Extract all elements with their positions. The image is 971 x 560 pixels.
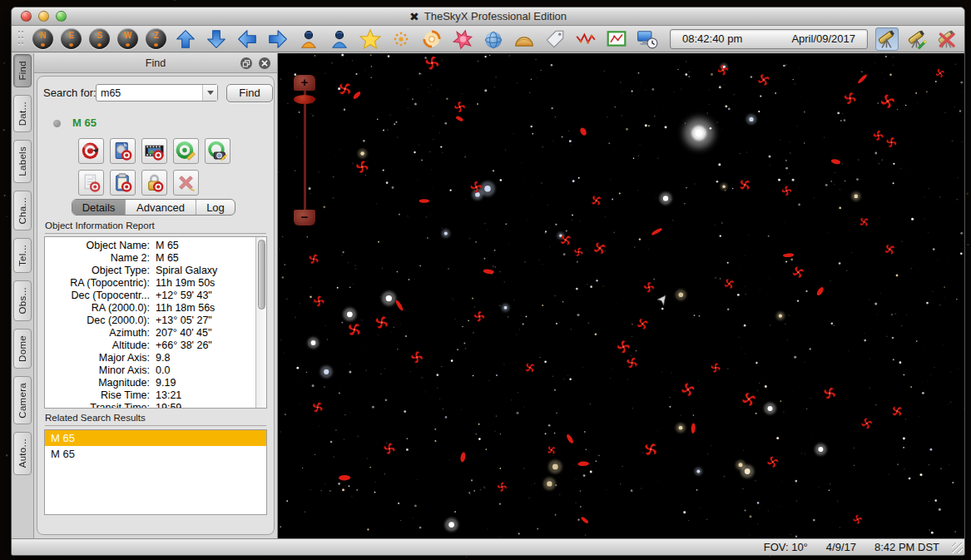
- sky-chart[interactable]: [278, 53, 964, 538]
- sidebar-tab-camera[interactable]: Camera: [13, 376, 32, 425]
- sidebar-tab-cha[interactable]: Cha...: [13, 191, 32, 230]
- compass-z-button[interactable]: Z: [146, 28, 166, 49]
- arrow-right-button[interactable]: [266, 27, 290, 51]
- chart-button[interactable]: [605, 27, 628, 51]
- zoom-slider-track[interactable]: [304, 91, 306, 210]
- clipboard-report-button[interactable]: [110, 170, 136, 196]
- arrow-down-button[interactable]: [205, 27, 228, 51]
- satellite-path-button[interactable]: [574, 27, 597, 51]
- sidebar-tab-label: Cha...: [17, 197, 27, 224]
- sidebar-tab-labels[interactable]: Labels: [13, 140, 32, 183]
- slide-show-icon: [144, 141, 165, 161]
- sky-view[interactable]: + −: [278, 53, 964, 538]
- report-row-value: 11h 19m 50s: [156, 277, 215, 290]
- arrow-up-icon: [175, 28, 196, 50]
- sidebar-tab-tel[interactable]: Tel...: [13, 238, 32, 273]
- tab-advanced[interactable]: Advanced: [126, 200, 196, 215]
- sidebar-tab-label: Obs...: [17, 287, 27, 314]
- report-group-label: Object Information Report: [45, 221, 266, 230]
- object-photo-button[interactable]: [110, 138, 136, 164]
- constellation-figure-orange-button[interactable]: [297, 27, 320, 51]
- arrow-up-button[interactable]: [174, 27, 197, 51]
- report-row-value: M 65: [156, 252, 179, 265]
- center-target-button[interactable]: [78, 138, 104, 164]
- zoom-slider-thumb[interactable]: [294, 95, 315, 104]
- theskyx-logo-icon: ✖: [409, 10, 419, 23]
- find-button[interactable]: Find: [226, 84, 273, 102]
- compass-e-button[interactable]: E: [61, 28, 82, 49]
- report-scrollbar-thumb[interactable]: [258, 240, 265, 310]
- close-panel-icon[interactable]: [258, 57, 271, 70]
- constellation-figure-blue-button[interactable]: [328, 27, 351, 51]
- search-input[interactable]: [97, 87, 202, 99]
- sidebar-tab-label: Dat...: [17, 102, 27, 126]
- nebula-button[interactable]: [451, 27, 474, 51]
- label-tag-icon: [544, 28, 566, 50]
- title-bar[interactable]: ✖ TheSkyX Professional Edition: [12, 7, 964, 26]
- compass-s-button[interactable]: S: [89, 28, 110, 49]
- virtual-sky-clock-button[interactable]: [636, 27, 659, 51]
- arrow-left-button[interactable]: [235, 27, 259, 51]
- float-panel-icon[interactable]: [240, 57, 253, 70]
- zoom-window-button[interactable]: [56, 11, 67, 22]
- report-row-label: RA (2000.0):: [45, 302, 150, 315]
- status-date: 4/9/17: [826, 541, 856, 553]
- report-row: RA (2000.0):11h 18m 56s: [45, 302, 255, 315]
- report-row: Object Name:M 65: [45, 240, 255, 252]
- related-search-results-list[interactable]: M 65M 65: [44, 429, 267, 515]
- star-cluster-button[interactable]: [389, 27, 413, 51]
- report-row: Major Axis:9.8: [45, 352, 255, 364]
- compass-n-button[interactable]: N: [32, 28, 53, 49]
- chart-icon: [606, 28, 627, 50]
- zoom-in-button[interactable]: +: [294, 75, 315, 91]
- find-panel-header[interactable]: Find: [34, 53, 277, 73]
- tab-details[interactable]: Details: [72, 200, 126, 215]
- sidebar-tab-auto[interactable]: Auto...: [13, 432, 32, 474]
- report-row-label: Name 2:: [45, 252, 150, 265]
- star-button[interactable]: [359, 27, 382, 51]
- tab-log[interactable]: Log: [196, 200, 235, 215]
- zoom-out-button[interactable]: −: [294, 210, 315, 225]
- report-row-value: +12° 59' 43": [156, 290, 212, 302]
- report-row: Azimuth:207° 40' 45": [45, 327, 255, 339]
- lock-target-button[interactable]: [141, 170, 167, 196]
- resize-grip-icon[interactable]: [952, 543, 963, 553]
- slide-show-button[interactable]: [141, 138, 167, 164]
- close-window-button[interactable]: [21, 11, 32, 22]
- telescope-setup-button[interactable]: [905, 27, 929, 51]
- combo-dropdown-icon[interactable]: [202, 85, 217, 101]
- copy-report-button[interactable]: [78, 170, 104, 196]
- sidebar-tab-label: Auto...: [17, 439, 27, 468]
- object-information-report[interactable]: Object Name:M 65Name 2:M 65Object Type:S…: [44, 236, 267, 409]
- new-search-target-button[interactable]: [173, 138, 199, 164]
- report-row-label: Rise Time:: [45, 389, 150, 402]
- compass-w-button[interactable]: W: [117, 28, 138, 49]
- delete-search-button[interactable]: [173, 170, 199, 196]
- telescope-disconnect-button[interactable]: [935, 27, 959, 51]
- telescope-connect-button[interactable]: [875, 27, 899, 51]
- new-search-photo-icon: [207, 141, 228, 161]
- celestial-sphere-button[interactable]: [482, 27, 505, 51]
- delete-search-icon: [176, 172, 196, 193]
- search-label: Search for:: [43, 87, 97, 99]
- sidebar-tab-dat[interactable]: Dat...: [13, 95, 32, 132]
- clock-display[interactable]: 08:42:40 pm April/09/2017: [670, 29, 868, 49]
- label-tag-button[interactable]: [543, 27, 567, 51]
- galaxy-button[interactable]: [420, 27, 443, 51]
- sidebar-tab-dome[interactable]: Dome: [13, 329, 32, 369]
- mouse-cursor: [656, 295, 666, 306]
- report-row-value: 9.19: [156, 377, 176, 389]
- report-row-label: Magnitude:: [45, 377, 150, 389]
- report-scrollbar[interactable]: [255, 237, 266, 408]
- sidebar-tab-obs[interactable]: Obs...: [13, 280, 32, 320]
- sidebar-tab-label: Camera: [17, 383, 27, 419]
- sidebar-tab-find[interactable]: Find: [13, 54, 32, 87]
- related-result-item[interactable]: M 65: [45, 446, 266, 462]
- sidebar-tab-label: Tel...: [17, 245, 27, 266]
- toolbar-grip[interactable]: [18, 31, 25, 47]
- new-search-photo-button[interactable]: [205, 138, 230, 164]
- horizon-button[interactable]: [513, 27, 536, 51]
- minimize-window-button[interactable]: [38, 11, 49, 22]
- related-result-item[interactable]: M 65: [45, 430, 266, 446]
- search-combobox[interactable]: [96, 84, 218, 102]
